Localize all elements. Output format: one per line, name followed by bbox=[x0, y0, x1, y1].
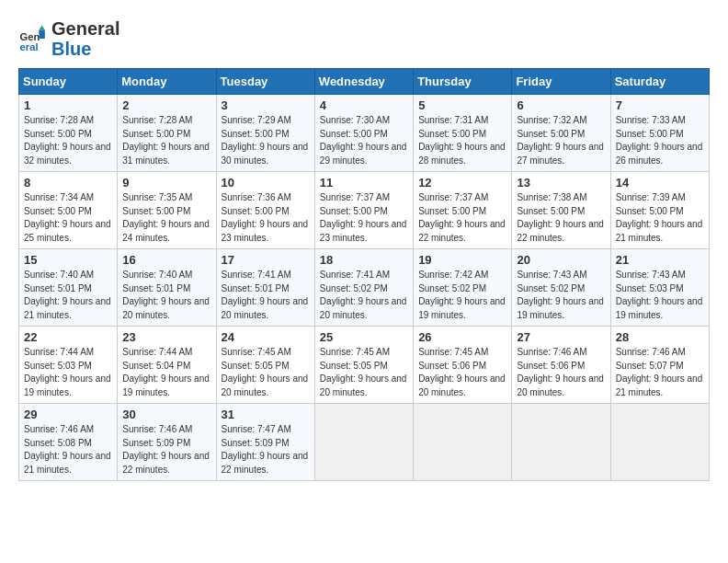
day-number: 21 bbox=[616, 253, 704, 267]
svg-marker-2 bbox=[39, 29, 44, 39]
day-info: Sunrise: 7:46 AM Sunset: 5:06 PM Dayligh… bbox=[517, 346, 605, 399]
day-info: Sunrise: 7:45 AM Sunset: 5:05 PM Dayligh… bbox=[222, 346, 310, 399]
calendar-cell: 2 Sunrise: 7:28 AM Sunset: 5:00 PM Dayli… bbox=[118, 95, 216, 172]
calendar-cell: 30 Sunrise: 7:46 AM Sunset: 5:09 PM Dayl… bbox=[118, 404, 216, 481]
day-number: 10 bbox=[222, 176, 310, 190]
day-number: 20 bbox=[517, 253, 605, 267]
day-info: Sunrise: 7:28 AM Sunset: 5:00 PM Dayligh… bbox=[24, 114, 112, 167]
day-number: 11 bbox=[320, 176, 408, 190]
day-number: 23 bbox=[122, 330, 210, 344]
calendar-cell: 14 Sunrise: 7:39 AM Sunset: 5:00 PM Dayl… bbox=[610, 172, 709, 249]
day-info: Sunrise: 7:35 AM Sunset: 5:00 PM Dayligh… bbox=[122, 191, 210, 245]
svg-marker-3 bbox=[39, 26, 44, 30]
day-info: Sunrise: 7:41 AM Sunset: 5:01 PM Dayligh… bbox=[222, 269, 310, 322]
day-info: Sunrise: 7:31 AM Sunset: 5:00 PM Dayligh… bbox=[418, 114, 506, 167]
col-header-sunday: Sunday bbox=[19, 69, 118, 95]
calendar-table: SundayMondayTuesdayWednesdayThursdayFrid… bbox=[18, 68, 710, 481]
calendar-cell bbox=[414, 404, 512, 481]
calendar-cell: 9 Sunrise: 7:35 AM Sunset: 5:00 PM Dayli… bbox=[118, 172, 216, 249]
day-number: 12 bbox=[418, 176, 506, 190]
day-info: Sunrise: 7:46 AM Sunset: 5:09 PM Dayligh… bbox=[122, 423, 210, 477]
calendar-cell: 1 Sunrise: 7:28 AM Sunset: 5:00 PM Dayli… bbox=[19, 95, 118, 172]
day-number: 17 bbox=[222, 253, 310, 267]
day-info: Sunrise: 7:47 AM Sunset: 5:09 PM Dayligh… bbox=[222, 423, 310, 477]
day-number: 26 bbox=[418, 330, 506, 344]
day-number: 5 bbox=[418, 98, 506, 112]
calendar-cell: 7 Sunrise: 7:33 AM Sunset: 5:00 PM Dayli… bbox=[610, 95, 709, 172]
calendar-cell bbox=[512, 404, 610, 481]
calendar-cell bbox=[610, 404, 709, 481]
calendar-cell: 24 Sunrise: 7:45 AM Sunset: 5:05 PM Dayl… bbox=[216, 327, 314, 404]
day-number: 16 bbox=[122, 253, 210, 267]
calendar-cell: 8 Sunrise: 7:34 AM Sunset: 5:00 PM Dayli… bbox=[19, 172, 118, 249]
day-number: 30 bbox=[122, 408, 210, 421]
day-info: Sunrise: 7:33 AM Sunset: 5:00 PM Dayligh… bbox=[616, 114, 704, 167]
day-number: 6 bbox=[517, 98, 605, 112]
day-info: Sunrise: 7:34 AM Sunset: 5:00 PM Dayligh… bbox=[24, 191, 112, 245]
day-info: Sunrise: 7:28 AM Sunset: 5:00 PM Dayligh… bbox=[122, 114, 210, 167]
calendar-cell: 22 Sunrise: 7:44 AM Sunset: 5:03 PM Dayl… bbox=[19, 327, 118, 404]
day-info: Sunrise: 7:44 AM Sunset: 5:03 PM Dayligh… bbox=[24, 346, 112, 399]
day-number: 27 bbox=[517, 330, 605, 344]
col-header-wednesday: Wednesday bbox=[314, 69, 413, 95]
day-number: 1 bbox=[24, 98, 112, 112]
day-number: 4 bbox=[320, 98, 408, 112]
day-number: 29 bbox=[24, 408, 112, 421]
calendar-cell: 27 Sunrise: 7:46 AM Sunset: 5:06 PM Dayl… bbox=[512, 327, 610, 404]
day-number: 2 bbox=[122, 98, 210, 112]
day-number: 3 bbox=[222, 98, 310, 112]
logo-line2: Blue bbox=[51, 39, 119, 59]
calendar-cell: 5 Sunrise: 7:31 AM Sunset: 5:00 PM Dayli… bbox=[414, 95, 512, 172]
col-header-thursday: Thursday bbox=[414, 69, 512, 95]
calendar-cell: 3 Sunrise: 7:29 AM Sunset: 5:00 PM Dayli… bbox=[216, 95, 314, 172]
logo-line1: General bbox=[51, 18, 119, 39]
day-info: Sunrise: 7:43 AM Sunset: 5:03 PM Dayligh… bbox=[616, 269, 704, 322]
day-info: Sunrise: 7:32 AM Sunset: 5:00 PM Dayligh… bbox=[517, 114, 605, 167]
logo: Gen eral General Blue bbox=[18, 18, 119, 59]
day-info: Sunrise: 7:40 AM Sunset: 5:01 PM Dayligh… bbox=[24, 269, 112, 322]
calendar-cell: 29 Sunrise: 7:46 AM Sunset: 5:08 PM Dayl… bbox=[19, 404, 118, 481]
day-info: Sunrise: 7:38 AM Sunset: 5:00 PM Dayligh… bbox=[517, 191, 605, 245]
day-info: Sunrise: 7:37 AM Sunset: 5:00 PM Dayligh… bbox=[418, 191, 506, 245]
calendar-cell: 25 Sunrise: 7:45 AM Sunset: 5:05 PM Dayl… bbox=[314, 327, 413, 404]
day-number: 9 bbox=[122, 176, 210, 190]
day-number: 8 bbox=[24, 176, 112, 190]
svg-text:Gen: Gen bbox=[20, 31, 40, 42]
day-info: Sunrise: 7:46 AM Sunset: 5:07 PM Dayligh… bbox=[616, 346, 704, 399]
calendar-cell: 17 Sunrise: 7:41 AM Sunset: 5:01 PM Dayl… bbox=[216, 249, 314, 327]
day-info: Sunrise: 7:43 AM Sunset: 5:02 PM Dayligh… bbox=[517, 269, 605, 322]
day-number: 28 bbox=[616, 330, 704, 344]
day-number: 14 bbox=[616, 176, 704, 190]
col-header-monday: Monday bbox=[118, 69, 216, 95]
calendar-cell: 15 Sunrise: 7:40 AM Sunset: 5:01 PM Dayl… bbox=[19, 249, 118, 327]
day-number: 22 bbox=[24, 330, 112, 344]
col-header-saturday: Saturday bbox=[610, 69, 709, 95]
day-info: Sunrise: 7:44 AM Sunset: 5:04 PM Dayligh… bbox=[122, 346, 210, 399]
day-info: Sunrise: 7:39 AM Sunset: 5:00 PM Dayligh… bbox=[616, 191, 704, 245]
day-info: Sunrise: 7:30 AM Sunset: 5:00 PM Dayligh… bbox=[320, 114, 408, 167]
calendar-cell: 18 Sunrise: 7:41 AM Sunset: 5:02 PM Dayl… bbox=[314, 249, 413, 327]
day-number: 24 bbox=[222, 330, 310, 344]
day-number: 13 bbox=[517, 176, 605, 190]
calendar-cell: 28 Sunrise: 7:46 AM Sunset: 5:07 PM Dayl… bbox=[610, 327, 709, 404]
day-number: 7 bbox=[616, 98, 704, 112]
calendar-cell: 6 Sunrise: 7:32 AM Sunset: 5:00 PM Dayli… bbox=[512, 95, 610, 172]
col-header-friday: Friday bbox=[512, 69, 610, 95]
day-info: Sunrise: 7:29 AM Sunset: 5:00 PM Dayligh… bbox=[222, 114, 310, 167]
day-info: Sunrise: 7:41 AM Sunset: 5:02 PM Dayligh… bbox=[320, 269, 408, 322]
day-number: 19 bbox=[418, 253, 506, 267]
day-info: Sunrise: 7:42 AM Sunset: 5:02 PM Dayligh… bbox=[418, 269, 506, 322]
calendar-cell: 12 Sunrise: 7:37 AM Sunset: 5:00 PM Dayl… bbox=[414, 172, 512, 249]
day-number: 15 bbox=[24, 253, 112, 267]
calendar-cell: 19 Sunrise: 7:42 AM Sunset: 5:02 PM Dayl… bbox=[414, 249, 512, 327]
calendar-cell: 31 Sunrise: 7:47 AM Sunset: 5:09 PM Dayl… bbox=[216, 404, 314, 481]
calendar-cell: 23 Sunrise: 7:44 AM Sunset: 5:04 PM Dayl… bbox=[118, 327, 216, 404]
day-info: Sunrise: 7:37 AM Sunset: 5:00 PM Dayligh… bbox=[320, 191, 408, 245]
day-number: 18 bbox=[320, 253, 408, 267]
day-number: 25 bbox=[320, 330, 408, 344]
calendar-cell: 4 Sunrise: 7:30 AM Sunset: 5:00 PM Dayli… bbox=[314, 95, 413, 172]
day-info: Sunrise: 7:40 AM Sunset: 5:01 PM Dayligh… bbox=[122, 269, 210, 322]
calendar-cell: 10 Sunrise: 7:36 AM Sunset: 5:00 PM Dayl… bbox=[216, 172, 314, 249]
col-header-tuesday: Tuesday bbox=[216, 69, 314, 95]
calendar-cell bbox=[314, 404, 413, 481]
